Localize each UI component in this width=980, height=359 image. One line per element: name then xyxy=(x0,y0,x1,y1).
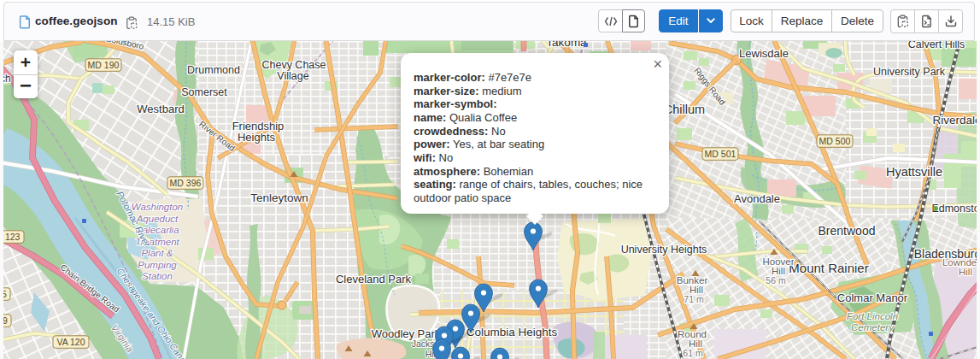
svg-text:Pumping: Pumping xyxy=(138,260,177,270)
svg-text:Colmar Manor: Colmar Manor xyxy=(837,291,908,304)
svg-text:71 m: 71 m xyxy=(684,294,704,304)
svg-text:MD 501: MD 501 xyxy=(705,149,736,159)
svg-text:MD 396: MD 396 xyxy=(170,178,202,188)
svg-text:University Park: University Park xyxy=(873,66,946,78)
svg-text:University Heights: University Heights xyxy=(621,244,707,256)
svg-text:Takoma: Takoma xyxy=(546,41,587,49)
svg-text:61 m: 61 m xyxy=(683,348,703,358)
svg-text:Columbia Heights: Columbia Heights xyxy=(467,326,558,338)
svg-text:Somerset: Somerset xyxy=(181,86,227,98)
svg-text:Fort Lincoln: Fort Lincoln xyxy=(847,311,898,321)
svg-text:39: 39 xyxy=(3,315,8,326)
svg-text:56 m: 56 m xyxy=(766,275,786,285)
svg-text:A 123: A 123 xyxy=(3,232,21,242)
svg-text:Village: Village xyxy=(277,70,308,82)
svg-text:Washington: Washington xyxy=(132,202,184,212)
svg-text:MD 500: MD 500 xyxy=(819,136,851,146)
svg-text:Riverdale: Riverdale xyxy=(932,114,977,127)
svg-text:Station: Station xyxy=(142,271,173,281)
svg-text:Mount Rainier: Mount Rainier xyxy=(789,261,868,275)
svg-text:ch: ch xyxy=(3,73,11,85)
svg-text:Avondale: Avondale xyxy=(734,192,780,205)
svg-text:05: 05 xyxy=(3,289,7,299)
svg-text:Calvert Hills: Calvert Hills xyxy=(908,41,965,50)
svg-text:Westbard: Westbard xyxy=(137,103,184,115)
svg-text:Cemetery: Cemetery xyxy=(851,322,895,333)
svg-text:Tenleytown: Tenleytown xyxy=(250,191,308,204)
svg-text:Edmonston: Edmonston xyxy=(931,203,977,215)
svg-text:Hyattsville: Hyattsville xyxy=(886,165,942,179)
svg-text:Hill: Hill xyxy=(959,267,972,277)
svg-text:Drummond: Drummond xyxy=(187,64,240,76)
svg-text:MD 190: MD 190 xyxy=(88,60,120,70)
svg-text:Brentwood: Brentwood xyxy=(819,224,876,238)
svg-text:Chevy Chase: Chevy Chase xyxy=(261,59,326,71)
svg-text:Heights: Heights xyxy=(238,131,276,144)
svg-text:Plant &: Plant & xyxy=(141,248,173,258)
svg-text:Lewisdale: Lewisdale xyxy=(739,47,789,60)
svg-text:Cleveland Park: Cleveland Park xyxy=(336,273,412,285)
svg-text:VA 120: VA 120 xyxy=(56,337,85,347)
svg-text:Chillum: Chillum xyxy=(664,103,705,116)
